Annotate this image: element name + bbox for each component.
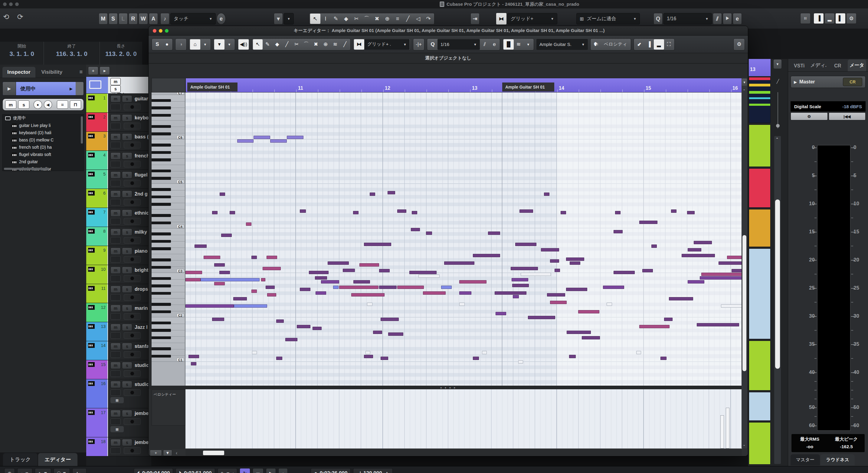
black-key[interactable] — [152, 143, 171, 146]
midi-input-dropdown[interactable]: ⚇ ▼ — [54, 468, 70, 473]
midi-note[interactable] — [300, 209, 306, 213]
midi-note[interactable] — [276, 357, 282, 360]
tree-item[interactable]: french soft (D) ha — [3, 143, 84, 151]
midi-note[interactable] — [513, 295, 519, 298]
object-selection-tool[interactable]: ↖ — [253, 39, 262, 49]
monitor-button[interactable] — [124, 180, 141, 187]
tree-item[interactable]: bass (D) mellow C — [3, 136, 84, 143]
cr-button[interactable]: CR — [843, 78, 862, 86]
project-event-block[interactable] — [749, 209, 771, 247]
midi-note[interactable] — [339, 285, 378, 289]
black-key[interactable] — [152, 259, 171, 262]
monitor-filter-button[interactable]: ◀ — [44, 100, 52, 109]
midi-note[interactable] — [214, 263, 225, 267]
black-key[interactable] — [152, 336, 171, 339]
black-key[interactable] — [152, 222, 171, 225]
piano-octave[interactable]: C7 — [152, 93, 185, 95]
quantize-icon[interactable]: Q — [653, 13, 662, 25]
midi-note[interactable] — [360, 263, 379, 267]
track-color-swatch[interactable]: 2 — [86, 113, 108, 132]
midi-note[interactable] — [664, 318, 673, 321]
solo-button[interactable]: s — [122, 191, 132, 198]
black-key[interactable] — [152, 125, 171, 128]
midi-note[interactable] — [397, 285, 424, 289]
midi-note[interactable] — [321, 280, 339, 283]
right-tab-2[interactable]: メディ. — [809, 60, 828, 71]
automation-button-s[interactable]: S — [108, 13, 118, 25]
midi-note[interactable] — [550, 259, 559, 263]
midi-note[interactable] — [409, 271, 437, 274]
midi-note[interactable] — [418, 274, 440, 278]
track-row[interactable]: 6ms2nd g — [86, 189, 151, 208]
acoustic-feedback-icon[interactable]: ◑ — [176, 39, 186, 49]
range-tool[interactable]: I — [320, 13, 331, 24]
monitor-button[interactable] — [124, 313, 141, 320]
midi-note[interactable] — [412, 211, 417, 214]
mute-button[interactable]: m — [111, 209, 121, 217]
piano-octave[interactable]: C4 — [152, 184, 185, 228]
track-row[interactable]: 15msstudio — [86, 360, 151, 379]
midi-note[interactable] — [367, 303, 372, 306]
record-enable-box[interactable] — [111, 180, 121, 187]
solo-button[interactable]: s — [122, 152, 132, 160]
monitor-button[interactable] — [124, 332, 141, 339]
record-enable-box[interactable] — [111, 161, 121, 167]
add-lane-button[interactable]: + — [150, 450, 162, 456]
black-key[interactable] — [152, 132, 171, 135]
track-row[interactable]: 8msmilky — [86, 227, 151, 246]
track-color-swatch[interactable]: 8 — [86, 227, 108, 246]
track-color-swatch[interactable]: 16 — [86, 379, 108, 408]
auto-quantize-button[interactable]: A♩ — [72, 468, 87, 473]
mute-button[interactable]: m — [111, 152, 121, 160]
solo-button[interactable]: s — [122, 324, 132, 331]
meter-settings-gear-icon[interactable]: ⚙ — [790, 112, 828, 120]
mute-display-icon[interactable]: ▾ — [214, 39, 224, 49]
midi-note[interactable] — [214, 282, 225, 285]
midi-note[interactable] — [221, 234, 232, 237]
black-key[interactable] — [152, 188, 171, 191]
midi-note[interactable] — [219, 271, 230, 274]
track-row[interactable]: 9mspiano — [86, 246, 151, 265]
solo-button[interactable]: s — [122, 305, 132, 312]
instrument-button[interactable]: ▦ — [111, 397, 124, 403]
midi-note[interactable] — [566, 288, 587, 291]
solo-button[interactable]: s — [122, 343, 132, 350]
ruler-options-dropdown[interactable]: ▼ — [742, 78, 747, 86]
midi-note[interactable] — [204, 256, 220, 259]
track-row[interactable]: 4msfrench — [86, 151, 151, 170]
right-tab-4[interactable]: メータ — [848, 60, 867, 71]
track-row[interactable]: 1msguitar — [86, 94, 151, 113]
midi-note[interactable] — [185, 271, 202, 274]
black-key[interactable] — [152, 196, 171, 199]
part-list-dropdown[interactable]: ▼ — [523, 39, 533, 49]
record-enable-box[interactable] — [111, 199, 121, 205]
midi-note[interactable] — [233, 297, 247, 300]
solo-button[interactable]: s — [122, 229, 132, 236]
track-color-swatch[interactable]: 6 — [86, 189, 108, 208]
zoom-fit-dropdown[interactable]: ⊞ズームに適合▼ — [576, 13, 640, 25]
piano-octave[interactable]: C5 — [152, 139, 185, 184]
cycle-button[interactable]: ↻ — [240, 468, 250, 473]
midi-note[interactable] — [366, 351, 370, 354]
tab-loudness[interactable]: ラウドネス — [820, 454, 855, 466]
black-key[interactable] — [152, 292, 171, 295]
mute-tool[interactable]: ◆ — [272, 39, 282, 49]
black-key[interactable] — [152, 151, 171, 154]
track-color-swatch[interactable]: 15 — [86, 360, 108, 379]
midi-note[interactable] — [188, 355, 199, 358]
solo-button[interactable]: s — [122, 247, 132, 255]
track-color-swatch[interactable]: 14 — [86, 341, 108, 360]
open-in-lower-zone-icon[interactable]: ⬋ — [634, 39, 644, 49]
midi-note[interactable] — [515, 243, 536, 246]
midi-note[interactable] — [651, 244, 657, 248]
monitor-button[interactable] — [124, 123, 141, 129]
midi-note[interactable] — [313, 327, 321, 330]
midi-note[interactable] — [353, 280, 370, 283]
right-zone-toggle[interactable]: ▌ — [835, 13, 846, 24]
right-locator-display[interactable]: ⏵0:03:51.000 — [176, 468, 215, 473]
midi-note[interactable] — [459, 291, 471, 295]
expand-arrow-icon[interactable]: ▶ — [794, 80, 797, 84]
black-key[interactable] — [152, 106, 171, 109]
midi-note[interactable] — [267, 256, 277, 259]
autoscroll-icon[interactable]: ⇥ — [470, 13, 479, 25]
